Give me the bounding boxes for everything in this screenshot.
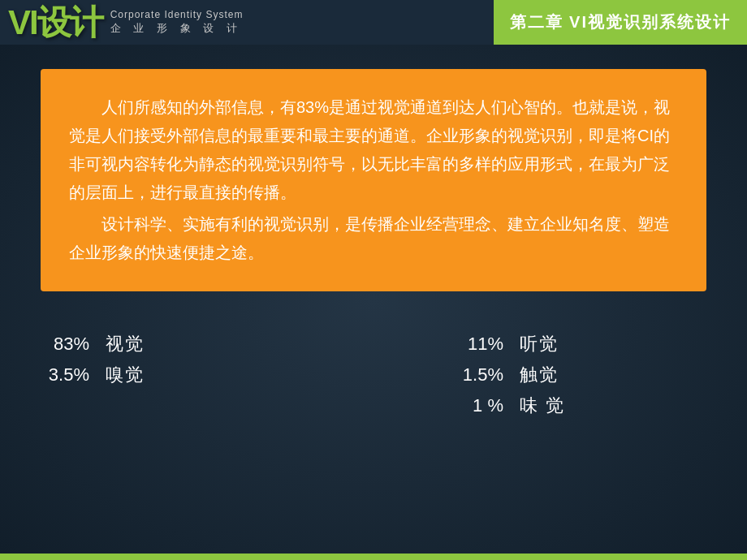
stat-label: 味 觉 <box>520 394 565 418</box>
stat-row: 3.5% 嗅觉 <box>41 363 292 387</box>
stat-label: 视觉 <box>106 332 145 356</box>
stat-percent: 1.5% <box>455 364 503 386</box>
stat-row: 11% 听觉 <box>455 332 706 356</box>
paragraph-2: 设计科学、实施有利的视觉识别，是传播企业经营理念、建立企业知名度、塑造企业形象的… <box>69 210 678 267</box>
header: VI设计 Corporate Identity System 企 业 形 象 设… <box>0 0 747 45</box>
bottom-decorative-line <box>0 554 747 560</box>
stat-row: 83% 视觉 <box>41 332 292 356</box>
stat-percent: 1 % <box>455 395 503 416</box>
content-box: 人们所感知的外部信息，有83%是通过视觉通道到达人们心智的。也就是说，视觉是人们… <box>41 69 706 291</box>
stat-percent: 3.5% <box>41 364 89 386</box>
chapter-badge: 第二章 VI视觉识别系统设计 <box>494 0 747 45</box>
stat-percent: 11% <box>455 334 503 355</box>
stat-row: 1.5% 触觉 <box>455 363 706 387</box>
chapter-title: 第二章 VI视觉识别系统设计 <box>510 11 731 33</box>
stats-right: 11% 听觉 1.5% 触觉 1 % 味 觉 <box>292 332 706 418</box>
stats-left: 83% 视觉 3.5% 嗅觉 <box>41 332 292 418</box>
stat-row: 1 % 味 觉 <box>455 394 706 418</box>
stat-label: 听觉 <box>520 332 559 356</box>
stat-label: 嗅觉 <box>106 363 145 387</box>
stat-label: 触觉 <box>520 363 559 387</box>
logo-text-group: Corporate Identity System 企 业 形 象 设 计 <box>110 9 244 37</box>
main-content: 人们所感知的外部信息，有83%是通过视觉通道到达人们心智的。也就是说，视觉是人们… <box>0 45 747 434</box>
logo-area: VI设计 Corporate Identity System 企 业 形 象 设… <box>0 0 276 45</box>
stat-percent: 83% <box>41 334 89 355</box>
vi-logo-text: VI设计 <box>8 6 102 40</box>
paragraph-1: 人们所感知的外部信息，有83%是通过视觉通道到达人们心智的。也就是说，视觉是人们… <box>69 93 678 207</box>
stats-area: 83% 视觉 3.5% 嗅觉 11% 听觉 1.5% 触觉 1 % 味 觉 <box>41 324 706 418</box>
logo-chinese: 企 业 形 象 设 计 <box>110 21 244 36</box>
logo-english: Corporate Identity System <box>110 9 244 22</box>
